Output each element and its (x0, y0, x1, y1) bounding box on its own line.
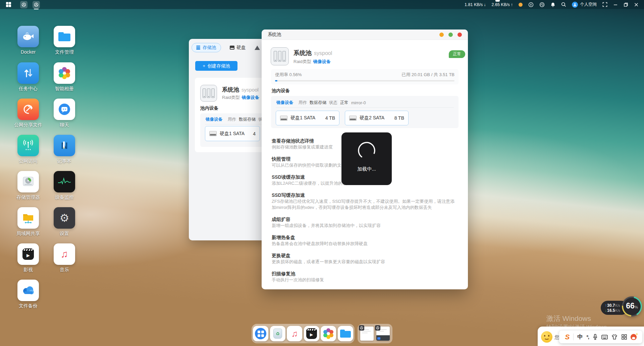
dialog-pool-title: 系统池syspool (293, 49, 332, 57)
disk-icon (349, 116, 357, 121)
dock-app-launcher[interactable] (253, 326, 268, 341)
power-icon[interactable] (528, 2, 534, 7)
dialog-titlebar[interactable]: 系统池 (262, 30, 468, 40)
raid-type-link[interactable]: 镜像设备 (242, 95, 259, 100)
dock-video[interactable]: ▶ (304, 326, 319, 341)
desktop-wallpaper: 1.81 KB/s↓ 2.65 KB/s↑ 个人空间 Docker (0, 0, 644, 346)
pool-icon (271, 47, 289, 65)
wheel-badge-icon (375, 325, 380, 331)
notebook-n-icon: N (54, 135, 75, 156)
gauge-percent: 66 (626, 302, 635, 310)
toolbox-grid-icon[interactable] (622, 334, 627, 340)
tab-hard-disk[interactable]: 硬盘 (230, 45, 246, 51)
download-speed: 16.5 (607, 308, 615, 313)
disk-card[interactable]: 硬盘1 SATA 4 TB (276, 111, 339, 125)
language-mode-button[interactable]: 中 (578, 334, 583, 341)
create-pool-button[interactable]: + 创建存储池 (195, 61, 237, 71)
action-group-expand[interactable]: 成组扩容新增一组虚拟设备，并将其添加到存储池中，以实现扩容 (272, 216, 459, 229)
dock-trash[interactable]: ♻ (270, 326, 285, 341)
window-thumbnail[interactable] (360, 327, 374, 341)
desktop-icon-smart-album[interactable]: 智能相册 (41, 62, 88, 92)
notification-bell-icon[interactable] (550, 2, 555, 7)
dock-files[interactable] (338, 326, 353, 341)
microphone-icon[interactable] (593, 334, 598, 340)
vdev-header: 镜像设备 用作 数据存储 状态 (206, 117, 267, 122)
desktop-icon-file-manager[interactable]: 文件管理 (41, 26, 88, 55)
loading-overlay: 加载中... (341, 132, 392, 185)
keyboard-icon[interactable] (601, 335, 608, 340)
sogou-logo[interactable]: S (565, 333, 570, 341)
vdev-type-tab[interactable]: 镜像设备 (206, 117, 222, 122)
wheel-badge-icon (359, 325, 364, 331)
blue-folder-icon (54, 26, 75, 47)
window-thumbnail[interactable] (376, 327, 390, 341)
action-scrub[interactable]: 扫描修复池手动执行一次池的扫描修复 (272, 270, 459, 283)
resource-gauge-ball[interactable]: 66% (622, 296, 642, 316)
dock: ♻ ♫ ▶ (252, 324, 355, 343)
skin-tshirt-icon[interactable] (611, 334, 618, 340)
sync-icon[interactable] (539, 2, 545, 7)
vdev-header: 镜像设备 用作 数据存储 状态 正常 mirror-0 (276, 100, 366, 106)
action-replace-disk[interactable]: 更换硬盘更换损坏的磁盘，或者逐一替换更大容量的磁盘以实现扩容 (272, 252, 459, 265)
usage-progressbar (275, 80, 454, 81)
desktop-icon-settings[interactable]: ⚙ 设置 (41, 207, 88, 237)
dialog-title: 系统池 (268, 32, 281, 38)
ime-toolbar: S 中 º, + (559, 331, 642, 343)
user-account[interactable]: 个人空间 (572, 2, 597, 8)
minimize-button[interactable] (613, 2, 618, 7)
pool-icon (200, 85, 217, 102)
desktop-icon-device-monitor[interactable]: 设备监控 (41, 171, 88, 200)
tab-storage-pool[interactable]: 存储池 (192, 43, 221, 52)
desktop-icon-music[interactable]: ♫ 音乐 (41, 243, 88, 273)
disk-icon (280, 116, 287, 121)
desktop-icon-notebook[interactable]: N 记事本 (41, 135, 88, 164)
desktop-icon-file-backup[interactable]: 文件备份 (5, 280, 52, 309)
desktop-icon-chat[interactable]: 聊天 (41, 99, 88, 128)
start-menu-icon[interactable] (6, 2, 11, 7)
fullscreen-icon[interactable] (602, 2, 607, 7)
punctuation-button[interactable]: º, (587, 334, 589, 340)
close-button[interactable] (634, 2, 639, 7)
wheel-icon (34, 2, 39, 7)
disk-icon (209, 131, 217, 136)
search-icon[interactable] (561, 2, 566, 7)
dock-music[interactable]: ♫ (287, 326, 302, 341)
action-ssd-write-cache[interactable]: SSD写缓存加速ZFS存储池已经优化写入速度，SSD写缓存提升不大，不建议使用。… (272, 192, 459, 211)
action-hot-spare[interactable]: 新增热备盘热备盘将会在池中硬盘故障时自动替换掉故障硬盘 (272, 234, 459, 247)
status-badge: 正常 (449, 50, 465, 58)
maximize-light[interactable] (448, 33, 453, 37)
dock-window-tray (358, 324, 392, 343)
maximize-button[interactable] (624, 2, 628, 7)
hdd-icon (230, 46, 234, 50)
running-app-icon[interactable] (20, 1, 28, 8)
running-app-icon-active[interactable] (33, 1, 40, 8)
gear-icon: ⚙ (54, 207, 75, 229)
status-dot-icon[interactable] (519, 3, 523, 7)
music-note-icon: ♫ (54, 243, 75, 265)
network-upload-speed: 2.65 KB/s↑ (492, 2, 513, 7)
share-circle-arrow-icon (17, 99, 39, 120)
vdev-box: 镜像设备 用作 数据存储 状态 正常 mirror-0 硬盘1 SATA 4 T… (271, 96, 459, 128)
upload-arrow-icon: ↑ (605, 303, 607, 308)
chat-bubble-icon (54, 99, 75, 120)
hidden-panel-handle[interactable] (495, 0, 500, 2)
devices-section-label: 池内设备 (272, 88, 290, 94)
devices-section-label: 池内设备 (200, 105, 218, 111)
usage-box: 使用率 0.56% 已用 20.01 GB / 共 3.51 TB (271, 69, 459, 84)
vdev-type-tab[interactable]: 镜像设备 (276, 100, 293, 106)
dock-photos[interactable] (321, 326, 336, 341)
disk-card[interactable]: 硬盘1 SATA 4 (205, 126, 260, 141)
clapperboard-icon: ▶ (306, 328, 317, 339)
minimize-light[interactable] (439, 33, 444, 37)
ecg-line-icon (54, 171, 75, 192)
upload-speed: 30.7 (607, 303, 615, 308)
close-light[interactable] (458, 33, 462, 37)
download-arrow-icon: ↓ (605, 308, 607, 313)
mascot-icon[interactable]: + (631, 334, 637, 340)
action-stop-scrub[interactable]: 停止扫描修复池 (272, 288, 459, 289)
raid-type-link[interactable]: 镜像设备 (313, 59, 331, 64)
disk-card[interactable]: 硬盘2 SATA 8 TB (345, 111, 409, 125)
smiley-icon[interactable] (541, 331, 552, 343)
up-down-arrows-icon (17, 62, 39, 84)
network-download-speed: 1.81 KB/s↓ (465, 2, 486, 7)
